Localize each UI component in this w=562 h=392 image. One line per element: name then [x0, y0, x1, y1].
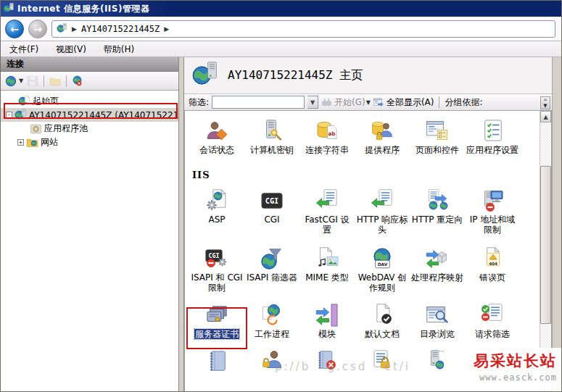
tree-item-application-pools[interactable]: 应用程序池 [1, 122, 178, 135]
tree-item-start-page[interactable]: 起始页 [1, 94, 178, 108]
toolbar-separator [44, 75, 44, 87]
feature-pages-and-controls[interactable]: 页面和控件 [410, 120, 465, 155]
feature-label[interactable]: 页面和控件 [416, 145, 459, 155]
feature-label[interactable]: 默认文档 [365, 329, 400, 339]
scrollbar-thumb[interactable] [540, 166, 551, 324]
feature-row-iis-2: ISAPI 和 CGI 限制 ISAPI 筛选器 MIME 类型 We [185, 247, 540, 293]
go-label[interactable]: 开始(G) [334, 96, 365, 109]
csdn-watermark: p://b g.csd et/i [275, 360, 410, 373]
feature-label[interactable]: 处理程序映射 [411, 272, 463, 283]
feature-label[interactable]: 会话状态 [199, 145, 234, 155]
menu-view[interactable]: 视图(V) [47, 41, 95, 57]
tree-item-server[interactable]: - AY140715221445Z (AY140715221445Z [1, 108, 178, 122]
up-button[interactable] [48, 74, 62, 88]
tree-label[interactable]: 网站 [41, 136, 58, 149]
feature-label[interactable]: 目录浏览 [420, 329, 455, 339]
feature-label[interactable]: 提供程序 [365, 145, 400, 155]
feature-label[interactable]: 模块 [318, 329, 336, 339]
feature-label-selected[interactable]: 服务器证书 [194, 329, 239, 339]
expand-icon[interactable]: + [17, 139, 24, 146]
feature-ip-address-and-domain-restrictions[interactable]: IP 地址和域限制 [465, 189, 520, 235]
breadcrumb[interactable]: ▶ AY140715221445Z ▶ [51, 20, 555, 38]
feature-label[interactable]: 请求筛选 [475, 329, 510, 339]
feature-error-pages[interactable]: 错误页 [465, 247, 520, 293]
save-connection-button[interactable] [25, 74, 40, 88]
show-all-button[interactable]: 全部显示(A) [373, 96, 434, 109]
feature-isapi-filters[interactable]: ISAPI 筛选器 [244, 247, 299, 293]
feature-webdav-authoring-rules[interactable]: WebDAV 创作规则 [355, 247, 410, 293]
feature-http-response-headers[interactable]: HTTP 响应标头 [355, 189, 410, 235]
feature-label[interactable]: 计算机密钥 [250, 145, 294, 155]
home-pane: AY140715221445Z 主页 筛选: ▼ 开始(G) ▼ 全部显示(A)… [183, 57, 552, 392]
feature-label[interactable]: CGI [264, 214, 279, 225]
toolbar-overflow-button[interactable]: ═▼ [540, 96, 550, 109]
feature-label[interactable]: ISAPI 筛选器 [247, 272, 297, 283]
filter-label: 筛选: [189, 96, 209, 109]
breadcrumb-server[interactable]: AY140715221445Z [81, 24, 160, 34]
feature-label[interactable]: ISAPI 和 CGI 限制 [191, 272, 243, 293]
feature-directory-browsing[interactable]: 目录浏览 [410, 304, 465, 339]
worker-processes-icon [260, 304, 284, 327]
fastcgi-settings-icon [315, 189, 339, 212]
back-button[interactable]: ← [5, 20, 24, 38]
feature-request-filtering[interactable]: 请求筛选 [465, 304, 520, 339]
feature-server-certificates[interactable]: 服务器证书 [189, 304, 244, 339]
feature-label[interactable]: ASP [208, 214, 225, 225]
go-button[interactable]: 开始(G) ▼ [321, 96, 371, 109]
feature-session-state[interactable]: 会话状态 [189, 120, 244, 155]
feature-asp[interactable]: ASP [189, 189, 244, 235]
delete-connection-button[interactable] [70, 74, 85, 88]
logging-icon [205, 350, 228, 373]
feature-default-document[interactable]: 默认文档 [355, 304, 410, 339]
feature-logging[interactable] [189, 350, 244, 373]
crumb-arrow-icon[interactable]: ▶ [164, 25, 169, 33]
group-by-label: 分组依据: [445, 96, 482, 109]
feature-fastcgi-settings[interactable]: FastCGI 设置 [299, 189, 355, 235]
feature-handler-mappings[interactable]: 处理程序映射 [410, 247, 465, 293]
feature-mime-types[interactable]: MIME 类型 [299, 247, 355, 293]
filter-dropdown-icon[interactable]: ▼ [307, 96, 318, 109]
menu-file[interactable]: 文件(F) [1, 41, 47, 57]
feature-modules[interactable]: 模块 [299, 304, 355, 339]
feature-machine-key[interactable]: 计算机密钥 [244, 120, 299, 155]
tree-label[interactable]: 起始页 [33, 95, 59, 107]
feature-application-settings[interactable]: 应用程序设置 [465, 120, 520, 155]
go-dropdown-icon[interactable]: ▼ [366, 99, 371, 106]
connection-dropdown-icon[interactable]: ▼ [19, 78, 23, 84]
tree-item-sites[interactable]: + 网站 [1, 135, 178, 149]
feature-label[interactable]: IP 地址和域限制 [466, 214, 518, 235]
collapse-icon[interactable]: - [6, 112, 12, 118]
feature-row-aspnet: 会话状态 计算机密钥 连接字符串 提供程序 [185, 120, 540, 155]
feature-connection-strings[interactable]: 连接字符串 [299, 120, 355, 155]
binoculars-icon [321, 97, 332, 108]
feature-label[interactable]: MIME 类型 [305, 272, 349, 283]
feature-label[interactable]: 应用程序设置 [466, 145, 518, 155]
scroll-up-icon[interactable]: ▲ [540, 111, 551, 122]
forward-button[interactable]: → [28, 20, 47, 38]
tree-label[interactable]: 应用程序池 [44, 122, 88, 135]
http-redirect-icon [426, 189, 449, 212]
machine-key-icon [260, 120, 284, 143]
feature-cgi[interactable]: CGI [244, 189, 299, 235]
feature-label[interactable]: HTTP 重定向 [412, 214, 463, 225]
feature-label[interactable]: 连接字符串 [305, 145, 349, 155]
filter-input[interactable] [212, 96, 305, 109]
feature-worker-processes[interactable]: 工作进程 [244, 304, 299, 339]
application-pools-icon [30, 122, 42, 135]
request-filtering-icon [481, 304, 504, 327]
feature-label[interactable]: 工作进程 [255, 329, 289, 339]
feature-label[interactable]: 错误页 [479, 272, 505, 283]
feature-label[interactable]: HTTP 响应标头 [356, 214, 408, 235]
menu-help[interactable]: 帮助(H) [95, 41, 143, 57]
feature-label[interactable]: WebDAV 创作规则 [356, 272, 408, 293]
mime-types-icon [315, 247, 339, 270]
connections-toolbar: ▼ [1, 72, 178, 91]
feature-label[interactable]: FastCGI 设置 [301, 214, 353, 235]
show-all-label[interactable]: 全部显示(A) [387, 96, 434, 109]
feature-isapi-and-cgi-restrictions[interactable]: ISAPI 和 CGI 限制 [189, 247, 244, 293]
watermark-site-url: www.easck.com [444, 372, 557, 383]
feature-http-redirect[interactable]: HTTP 重定向 [410, 189, 465, 235]
feature-providers[interactable]: 提供程序 [355, 120, 410, 155]
create-connection-button[interactable] [4, 74, 18, 88]
tree-label-server[interactable]: AY140715221445Z (AY140715221445Z [29, 110, 178, 120]
